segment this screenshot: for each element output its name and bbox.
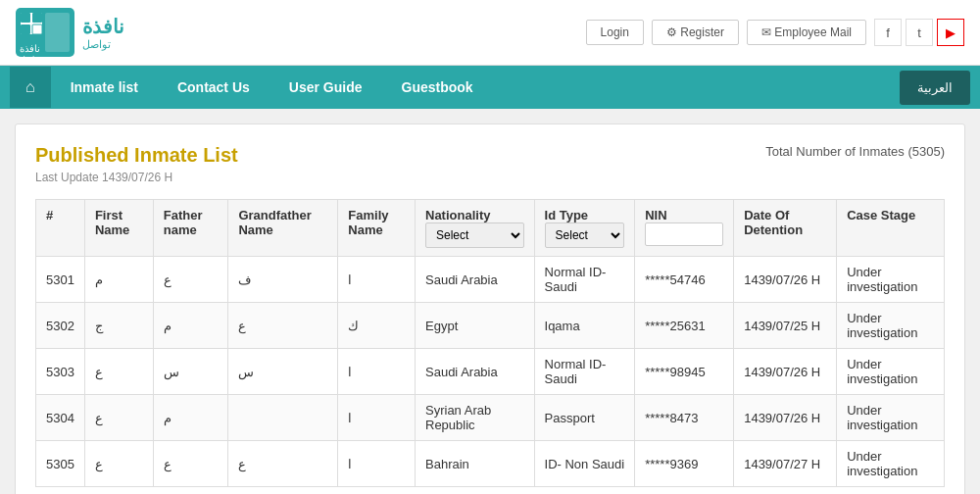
table-header-row: # First Name Father name Grandfather Nam… bbox=[36, 200, 945, 257]
cell-nin: *****25631 bbox=[635, 303, 734, 349]
cell-nationality: Bahrain bbox=[416, 441, 535, 487]
col-nin: NIN bbox=[635, 200, 734, 257]
cell-first_name: م bbox=[84, 257, 153, 303]
col-father-name: Father name bbox=[153, 200, 228, 257]
cell-id_type: Iqama bbox=[534, 303, 635, 349]
nav-inmate-list[interactable]: Inmate list bbox=[51, 66, 158, 109]
employee-mail-button[interactable]: ✉ Employee Mail bbox=[747, 20, 866, 45]
cell-case_stage: Under investigation bbox=[837, 303, 945, 349]
col-date-of-detention: Date Of Detention bbox=[734, 200, 837, 257]
cell-first_name: ع bbox=[84, 349, 153, 395]
cell-nationality: Syrian Arab Republic bbox=[416, 395, 535, 441]
col-case-stage: Case Stage bbox=[837, 200, 945, 257]
nav-contact-us[interactable]: Contact Us bbox=[158, 66, 270, 109]
cell-num: 5301 bbox=[36, 257, 85, 303]
cell-father_name: س bbox=[153, 349, 228, 395]
total-inmates-count: Total Number of Inmates (5305) bbox=[765, 144, 945, 159]
table-row: 5305عععاBahrainID- Non Saudi*****9369143… bbox=[36, 441, 945, 487]
cell-nationality: Saudi Arabia bbox=[416, 349, 535, 395]
svg-text:تواصل: تواصل bbox=[20, 55, 40, 57]
navbar: ⌂ Inmate list Contact Us User Guide Gues… bbox=[0, 66, 980, 109]
register-button[interactable]: ⚙ Register bbox=[652, 20, 739, 45]
cell-case_stage: Under investigation bbox=[837, 349, 945, 395]
col-family-name: Family Name bbox=[338, 200, 416, 257]
cell-father_name: ع bbox=[153, 441, 228, 487]
cell-nin: *****98945 bbox=[635, 349, 734, 395]
facebook-icon[interactable]: f bbox=[874, 19, 902, 46]
cell-id_type: Normal ID-Saudi bbox=[534, 257, 635, 303]
col-num: # bbox=[36, 200, 85, 257]
twitter-icon[interactable]: t bbox=[906, 19, 933, 46]
cell-family_name: ك bbox=[338, 303, 416, 349]
cell-nin: *****54746 bbox=[635, 257, 734, 303]
cell-date_of_detention: 1439/07/27 H bbox=[734, 441, 837, 487]
cell-date_of_detention: 1439/07/25 H bbox=[734, 303, 837, 349]
cell-grandfather_name: ع bbox=[228, 441, 338, 487]
cell-case_stage: Under investigation bbox=[837, 395, 945, 441]
cell-num: 5302 bbox=[36, 303, 85, 349]
svg-rect-5 bbox=[32, 25, 42, 34]
cell-nationality: Saudi Arabia bbox=[416, 257, 535, 303]
cell-id_type: Passport bbox=[534, 395, 635, 441]
cell-num: 5304 bbox=[36, 395, 85, 441]
cell-first_name: ع bbox=[84, 395, 153, 441]
col-nationality: Nationality Select Saudi Arabia Egypt Sy… bbox=[416, 200, 535, 257]
svg-rect-2 bbox=[21, 13, 30, 23]
cell-num: 5303 bbox=[36, 349, 85, 395]
svg-rect-4 bbox=[21, 25, 30, 34]
main-content: Total Number of Inmates (5305) Published… bbox=[15, 124, 965, 494]
arabic-language-button[interactable]: العربية bbox=[900, 71, 970, 105]
svg-text:نافذة: نافذة bbox=[20, 43, 40, 54]
top-header: نافذة تواصل نافذة تواصل Login ⚙ Register… bbox=[0, 0, 980, 66]
id-type-filter[interactable]: Select Normal ID-Saudi Iqama Passport ID… bbox=[545, 222, 625, 248]
last-update: Last Update 1439/07/26 H bbox=[35, 171, 945, 184]
logo-sub-text: تواصل bbox=[82, 38, 124, 51]
login-button[interactable]: Login bbox=[586, 20, 644, 45]
cell-date_of_detention: 1439/07/26 H bbox=[734, 395, 837, 441]
cell-nin: *****9369 bbox=[635, 441, 734, 487]
cell-family_name: ا bbox=[338, 257, 416, 303]
cell-father_name: م bbox=[153, 303, 228, 349]
table-body: 5301معفاSaudi ArabiaNormal ID-Saudi*****… bbox=[36, 257, 945, 487]
cell-first_name: ج bbox=[84, 303, 153, 349]
social-icons: f t ▶ bbox=[874, 19, 964, 46]
logo-area: نافذة تواصل نافذة تواصل bbox=[16, 8, 124, 57]
cell-id_type: Normal ID-Saudi bbox=[534, 349, 635, 395]
cell-num: 5305 bbox=[36, 441, 85, 487]
logo-icon: نافذة تواصل bbox=[16, 8, 74, 57]
nav-user-guide[interactable]: User Guide bbox=[270, 66, 382, 109]
svg-rect-3 bbox=[32, 13, 42, 23]
cell-nationality: Egypt bbox=[416, 303, 535, 349]
cell-id_type: ID- Non Saudi bbox=[534, 441, 635, 487]
table-row: 5301معفاSaudi ArabiaNormal ID-Saudi*****… bbox=[36, 257, 945, 303]
cell-nin: *****8473 bbox=[635, 395, 734, 441]
nav-guestbook[interactable]: Guestbook bbox=[382, 66, 493, 109]
cell-first_name: ع bbox=[84, 441, 153, 487]
cell-father_name: م bbox=[153, 395, 228, 441]
cell-date_of_detention: 1439/07/26 H bbox=[734, 257, 837, 303]
table-row: 5302جمعكEgyptIqama*****256311439/07/25 H… bbox=[36, 303, 945, 349]
youtube-icon[interactable]: ▶ bbox=[937, 19, 964, 46]
svg-rect-6 bbox=[45, 13, 70, 52]
table-row: 5303عسساSaudi ArabiaNormal ID-Saudi*****… bbox=[36, 349, 945, 395]
cell-grandfather_name: س bbox=[228, 349, 338, 395]
cell-family_name: ا bbox=[338, 395, 416, 441]
cell-case_stage: Under investigation bbox=[837, 441, 945, 487]
cell-father_name: ع bbox=[153, 257, 228, 303]
nin-filter-input[interactable] bbox=[645, 222, 723, 246]
inmate-table: # First Name Father name Grandfather Nam… bbox=[35, 199, 945, 487]
cell-case_stage: Under investigation bbox=[837, 257, 945, 303]
cell-date_of_detention: 1439/07/26 H bbox=[734, 349, 837, 395]
table-row: 5304عماSyrian Arab RepublicPassport*****… bbox=[36, 395, 945, 441]
col-grandfather-name: Grandfather Name bbox=[228, 200, 338, 257]
cell-grandfather_name: ع bbox=[228, 303, 338, 349]
home-nav-item[interactable]: ⌂ bbox=[10, 67, 51, 108]
cell-family_name: ا bbox=[338, 349, 416, 395]
cell-grandfather_name: ف bbox=[228, 257, 338, 303]
cell-family_name: ا bbox=[338, 441, 416, 487]
cell-grandfather_name bbox=[228, 395, 338, 441]
logo-brand-text: نافذة bbox=[82, 15, 124, 38]
header-right: Login ⚙ Register ✉ Employee Mail f t ▶ bbox=[586, 19, 964, 46]
col-first-name: First Name bbox=[84, 200, 153, 257]
nationality-filter[interactable]: Select Saudi Arabia Egypt Syrian Arab Re… bbox=[425, 222, 524, 248]
